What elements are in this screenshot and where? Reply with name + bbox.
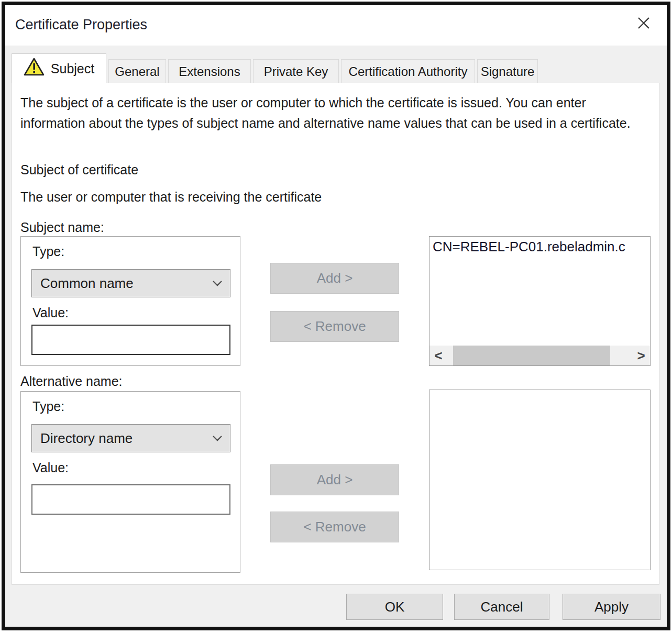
subject-remove-button[interactable]: < Remove [270,311,399,342]
tab-label: Certification Authority [349,64,468,79]
title-bar: Certificate Properties [5,5,667,46]
cancel-button[interactable]: Cancel [454,594,549,620]
alternative-remove-button[interactable]: < Remove [270,512,399,542]
tab-general[interactable]: General [108,59,166,83]
ok-button-label: OK [385,599,405,615]
scroll-left-icon[interactable]: < [429,346,447,365]
subject-value-input[interactable] [31,325,230,355]
tab-subject[interactable]: Subject [12,53,106,83]
subject-value-label: Value: [32,305,69,320]
window-title: Certificate Properties [15,17,147,33]
subject-tab-panel: The subject of a certificate is the user… [12,83,659,585]
certificate-properties-dialog: Certificate Properties Subject General E… [2,2,670,630]
tab-label: Subject [51,61,94,76]
tab-label: Extensions [179,64,240,79]
tab-signature[interactable]: Signature [477,59,538,83]
tab-label: Private Key [264,64,328,79]
subject-type-label: Type: [32,244,64,259]
subject-of-certificate-heading: Subject of certificate [20,162,138,177]
scrollbar-thumb[interactable] [453,346,610,365]
remove-button-label: < Remove [303,318,366,335]
remove-button-label: < Remove [303,519,366,535]
intro-text: The subject of a certificate is the user… [20,93,646,134]
subject-of-certificate-subheading: The user or computer that is receiving t… [20,190,322,205]
subject-type-selected: Common name [40,275,212,292]
alternative-add-button[interactable]: Add > [270,464,399,495]
alternative-type-label: Type: [32,399,64,414]
apply-button-label: Apply [594,599,629,615]
tab-certification-authority[interactable]: Certification Authority [341,59,475,83]
alternative-name-group: Type: Directory name Value: [20,391,240,573]
apply-button[interactable]: Apply [563,594,660,620]
scroll-right-icon[interactable]: > [632,346,650,365]
add-button-label: Add > [317,270,353,286]
tab-private-key[interactable]: Private Key [253,59,339,83]
alternative-type-selected: Directory name [40,430,212,447]
add-button-label: Add > [317,472,353,488]
chevron-down-icon [212,435,223,442]
tab-extensions[interactable]: Extensions [168,59,251,83]
close-icon [636,16,651,32]
subject-name-listbox[interactable]: CN=REBEL-PC01.rebeladmin.c < > [429,236,651,366]
ok-button[interactable]: OK [346,594,443,620]
horizontal-scrollbar[interactable]: < > [429,346,650,365]
chevron-down-icon [212,280,223,287]
alternative-name-listbox[interactable] [429,390,651,570]
close-button[interactable] [633,14,654,35]
tab-label: Signature [481,64,535,79]
alternative-value-label: Value: [32,460,69,475]
alternative-name-label: Alternative name: [20,374,123,389]
subject-add-button[interactable]: Add > [270,263,399,294]
warning-icon [24,58,45,80]
subject-type-dropdown[interactable]: Common name [31,269,230,297]
list-item[interactable]: CN=REBEL-PC01.rebeladmin.c [429,237,650,257]
subject-name-group: Type: Common name Value: [20,236,240,366]
subject-name-label: Subject name: [20,220,104,235]
alternative-value-input[interactable] [31,484,230,515]
alternative-type-dropdown[interactable]: Directory name [31,424,230,452]
cancel-button-label: Cancel [481,599,523,615]
tab-label: General [115,64,159,79]
